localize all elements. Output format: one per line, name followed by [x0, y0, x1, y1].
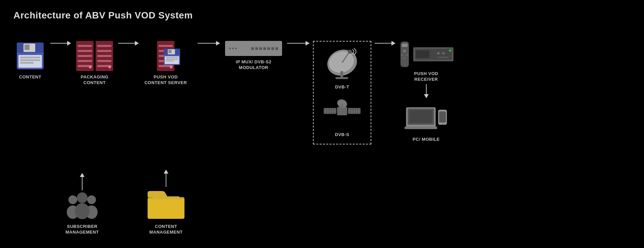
svg-rect-3 [24, 45, 30, 50]
dvbs-label: DVB-S [335, 132, 350, 138]
arrow-1 [50, 41, 71, 46]
svg-point-21 [348, 50, 352, 54]
receiver-svg [413, 47, 453, 61]
satellite-svg [322, 95, 362, 129]
modulator-icon [225, 41, 282, 56]
dvbt-label: DVB-T [335, 84, 349, 90]
dvb-section: DVB-T [313, 41, 371, 144]
dvbt-icon [324, 48, 361, 81]
svg-rect-6 [20, 59, 40, 61]
packaging-icon [76, 41, 113, 71]
dvbt-node: DVB-T [324, 48, 361, 90]
dvbs-node: DVB-S [322, 95, 362, 138]
pushvod-server-node: PUSH VODCONTENT SERVER [142, 41, 189, 86]
svg-rect-70 [153, 196, 179, 199]
svg-point-42 [401, 54, 403, 56]
main-container: Architecture of ABV Push VOD System [0, 0, 644, 248]
pushvod-floppy-svg [163, 48, 181, 66]
content-mgmt-icon [146, 187, 186, 221]
arrow-2 [118, 41, 139, 46]
subscriber-icon [65, 190, 99, 221]
svg-rect-58 [405, 126, 437, 129]
svg-point-45 [401, 61, 403, 63]
arrow-3 [198, 41, 220, 46]
floppy-svg [15, 41, 45, 71]
svg-point-46 [404, 61, 406, 63]
svg-point-64 [87, 195, 96, 204]
content-mgmt-label: CONTENTMANAGEMENT [149, 224, 183, 235]
modulator-node: IP MUX/ DVB-S2MODULATOR [223, 41, 284, 71]
subscriber-label: SUBSCRIBERMANAGEMENT [65, 224, 99, 235]
arrow-4 [287, 41, 310, 46]
dashed-box: DVB-T [313, 41, 371, 144]
svg-point-66 [77, 192, 88, 203]
up-arrow-content [164, 170, 168, 187]
folder-svg [146, 187, 186, 221]
svg-point-61 [441, 123, 443, 125]
down-arrow [424, 84, 429, 98]
svg-rect-40 [402, 44, 408, 47]
pushvod-receiver-label: PUSH VODRECEIVER [414, 71, 438, 82]
diagram-wrapper: CONTENT [13, 34, 631, 242]
svg-rect-5 [20, 57, 40, 58]
server-unit-2 [96, 41, 113, 71]
svg-point-51 [437, 52, 440, 55]
packaging-label: PACKAGINGCONTENT [81, 74, 109, 86]
dvbs-icon [322, 95, 362, 129]
svg-rect-50 [416, 51, 429, 58]
svg-point-44 [404, 57, 406, 59]
svg-point-52 [442, 52, 445, 55]
svg-point-43 [406, 54, 408, 56]
arrow-5 [375, 41, 395, 46]
svg-rect-11 [168, 50, 171, 53]
subscriber-section: SUBSCRIBERMANAGEMENT [65, 173, 99, 235]
modulator-label: IP MUX/ DVB-S2MODULATOR [236, 59, 271, 71]
modulator-box [225, 41, 282, 56]
svg-point-62 [68, 195, 77, 204]
packaging-node: PACKAGINGCONTENT [74, 41, 115, 86]
content-mgmt-node: CONTENTMANAGEMENT [146, 187, 186, 235]
pcmobile-node: PC/ MOBILE [405, 100, 448, 142]
pcmobile-svg [405, 100, 448, 133]
content-icon [15, 41, 45, 71]
pcmobile-label: PC/ MOBILE [413, 137, 440, 142]
server-unit-1 [76, 41, 94, 71]
pushvod-server-label: PUSH VODCONTENT SERVER [145, 74, 187, 86]
svg-rect-60 [439, 111, 446, 122]
page-title: Architecture of ABV Push VOD System [13, 10, 631, 21]
subscriber-node: SUBSCRIBERMANAGEMENT [65, 190, 99, 235]
svg-rect-14 [166, 59, 178, 60]
content-mgmt-section: CONTENTMANAGEMENT [146, 170, 186, 235]
svg-rect-69 [148, 199, 184, 219]
pushvod-receiver-node: PUSH VODRECEIVER [399, 41, 453, 82]
remote-svg [399, 41, 411, 68]
up-arrow-subscriber [80, 173, 85, 190]
pcmobile-icon [405, 100, 448, 133]
svg-rect-15 [166, 61, 174, 62]
svg-rect-13 [166, 57, 178, 58]
content-node: CONTENT [13, 41, 47, 80]
svg-rect-22 [337, 107, 347, 115]
pushvod-receiver-icon [399, 41, 453, 68]
svg-rect-7 [20, 62, 34, 64]
bottom-row: SUBSCRIBERMANAGEMENT [13, 170, 186, 235]
right-section: PUSH VODRECEIVER [399, 41, 453, 142]
svg-point-41 [403, 50, 406, 52]
dish-svg [324, 48, 361, 81]
content-label: CONTENT [19, 74, 41, 80]
svg-point-54 [449, 50, 451, 52]
persons-svg [65, 190, 99, 221]
svg-rect-19 [335, 77, 348, 79]
svg-rect-53 [437, 57, 448, 58]
svg-point-47 [406, 61, 408, 63]
svg-rect-57 [409, 110, 432, 123]
pushvod-server-icon [157, 41, 174, 71]
svg-point-67 [75, 203, 90, 219]
